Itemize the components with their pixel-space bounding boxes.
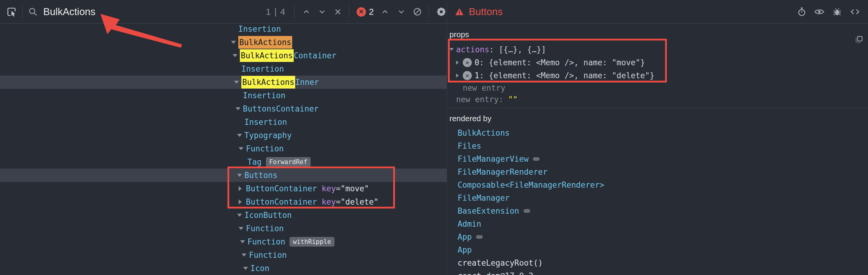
owner-link[interactable]: Composable<FileManagerRenderer> [458, 180, 604, 190]
expanded-arrow-icon[interactable] [239, 147, 246, 150]
collapsed-arrow-icon[interactable] [456, 73, 463, 78]
toolbar-divider [429, 5, 429, 19]
tree-row[interactable]: BulkActions [0, 36, 447, 49]
owner-row: BulkActions [447, 126, 868, 139]
expanded-arrow-icon[interactable] [450, 48, 456, 51]
props-section-label: props [450, 30, 868, 39]
tree-row[interactable]: IconButton [0, 208, 447, 222]
tree-row[interactable]: Typography [0, 129, 447, 142]
log-to-console-bug-icon[interactable] [832, 7, 842, 16]
expanded-arrow-icon[interactable] [234, 81, 241, 84]
label-part: Function [249, 250, 287, 260]
tree-row[interactable]: Insertion [0, 24, 447, 36]
next-result-button[interactable] [317, 4, 327, 19]
view-source-icon[interactable] [850, 7, 860, 16]
tree-row[interactable]: ButtonContainer key="move" [0, 182, 447, 195]
tree-row[interactable]: BulkActionsInner [0, 75, 447, 89]
owner-link[interactable]: FileManager [458, 194, 509, 203]
owner-link[interactable]: BaseExtension [458, 206, 519, 215]
owner-row: App [447, 230, 868, 243]
tree-row[interactable]: ButtonContainer key="delete" [0, 195, 447, 208]
label-part: Function [246, 224, 284, 233]
expanded-arrow-icon[interactable] [243, 267, 250, 270]
label-part: BulkActions [238, 36, 292, 49]
owner-link[interactable]: Files [458, 141, 481, 150]
prop-row[interactable]: ✕0: {element: <Memo />, name: "move"} [447, 56, 868, 69]
expanded-arrow-icon[interactable] [242, 253, 249, 256]
remove-entry-button[interactable]: ✕ [463, 58, 472, 67]
prop-row[interactable]: new entry [447, 82, 868, 94]
label-part: ButtonContainer [246, 197, 321, 206]
expanded-arrow-icon[interactable] [239, 227, 246, 230]
tree-row[interactable]: Insertion [0, 115, 447, 129]
clear-errors-button[interactable] [412, 4, 422, 19]
tree-row[interactable]: Function [0, 142, 447, 155]
owner-link[interactable]: Admin [458, 219, 481, 229]
previous-result-button[interactable] [302, 4, 311, 19]
search-icon [28, 4, 38, 19]
error-count-badge: ✕ 2 [356, 4, 374, 19]
collapsed-arrow-icon[interactable] [239, 200, 246, 204]
tree-row[interactable]: Function [0, 248, 447, 262]
label-part: = [336, 184, 341, 193]
prop-row[interactable]: ✕1: {element: <Memo />, name: "delete"} [447, 69, 868, 82]
label-part: ButtonsContainer [243, 104, 318, 113]
owner-link[interactable]: FileManagerView [458, 154, 529, 164]
expanded-arrow-icon[interactable] [237, 174, 244, 177]
rendered-by-section-label: rendered by [450, 114, 868, 123]
react-devtools-components-panel: BulkActions 1 | 4 ✕ 2 [0, 0, 868, 275]
tree-row[interactable]: TagForwardRef [0, 155, 447, 169]
inspect-dom-eye-icon[interactable] [814, 7, 825, 16]
clear-search-button[interactable] [333, 4, 342, 19]
label-part: Icon [250, 264, 270, 273]
label-part: 1 [474, 71, 479, 80]
collapsed-arrow-icon[interactable] [456, 61, 463, 65]
owner-row: createLegacyRoot() [447, 256, 868, 269]
owner-root-label: react-dom@17.0.2 [458, 271, 533, 275]
remove-entry-button[interactable]: ✕ [463, 71, 472, 80]
tree-row[interactable]: FunctionwithRipple [0, 235, 447, 248]
label-part: IconButton [244, 211, 292, 220]
expanded-arrow-icon[interactable] [237, 214, 244, 217]
expanded-arrow-icon[interactable] [231, 41, 238, 44]
owner-link[interactable]: BulkActions [458, 129, 509, 137]
search-input[interactable]: BulkActions [43, 6, 95, 18]
inspect-element-button[interactable] [6, 4, 17, 19]
expanded-arrow-icon[interactable] [236, 107, 243, 110]
tree-row[interactable]: Icon [0, 262, 447, 275]
toolbar-divider [294, 5, 294, 19]
prop-row[interactable]: new entry: "" [447, 94, 868, 105]
next-error-button[interactable] [397, 4, 406, 19]
expanded-arrow-icon[interactable] [232, 54, 240, 57]
expanded-arrow-icon[interactable] [240, 240, 247, 243]
expanded-arrow-icon[interactable] [237, 134, 244, 137]
label-part: new entry [456, 95, 499, 104]
label-part: BulkActions [241, 76, 295, 89]
previous-error-button[interactable] [380, 4, 390, 19]
label-part: Typography [244, 131, 292, 140]
label-part: Insertion [244, 117, 287, 127]
tree-row[interactable]: Insertion [0, 62, 447, 75]
label-part: ButtonContainer [246, 184, 321, 193]
suspense-stopwatch-icon[interactable] [797, 7, 806, 16]
label-part: Insertion [241, 64, 284, 73]
owner-link[interactable]: FileManagerRenderer [458, 167, 548, 176]
owner-row: Composable<FileManagerRenderer> [447, 178, 868, 191]
prop-row[interactable]: actions: [{…}, {…}] [447, 43, 868, 56]
label-part: "delete" [341, 197, 378, 206]
hoc-badge: withRipple [289, 237, 334, 247]
tree-row[interactable]: BulkActionsContainer [0, 49, 447, 62]
owner-link[interactable]: App [458, 245, 472, 254]
settings-button[interactable] [436, 4, 447, 19]
collapsed-arrow-icon[interactable] [239, 186, 246, 191]
tree-row[interactable]: Insertion [0, 89, 447, 102]
label-part: {element: <Memo />, name: "move"} [489, 58, 645, 67]
tree-row[interactable]: Buttons [0, 169, 447, 182]
toolbar-left: BulkActions 1 | 4 ✕ 2 [0, 0, 447, 24]
owner-link[interactable]: App [458, 232, 472, 241]
label-part: Function [246, 144, 284, 153]
tree-row[interactable]: ButtonsContainer [0, 102, 447, 115]
label-part: Insertion [243, 91, 285, 100]
copy-props-icon[interactable] [855, 35, 863, 44]
tree-row[interactable]: Function [0, 222, 447, 235]
